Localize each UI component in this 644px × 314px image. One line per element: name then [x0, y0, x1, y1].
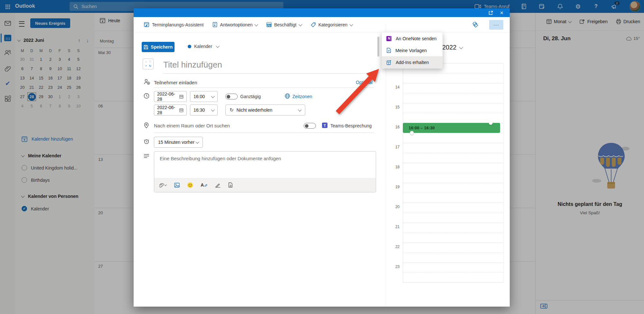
title-suggestions-icon[interactable]: ◦♡+↻ [143, 59, 154, 69]
categorize-button[interactable]: Kategorisieren [311, 22, 353, 27]
hour-label: 18 [386, 165, 400, 169]
addins-icon [386, 60, 392, 65]
start-date-input[interactable]: 2022-06-28 [154, 91, 187, 102]
onenote-icon: N [386, 36, 392, 41]
start-time-select[interactable]: 16:00 [190, 91, 218, 102]
all-day-toggle[interactable] [225, 94, 238, 99]
hour-label: 16 [386, 125, 400, 129]
save-button[interactable]: Speichern [142, 42, 175, 52]
event-resize-handle-top[interactable] [489, 121, 493, 125]
all-day-label: Ganztägig [240, 94, 261, 99]
description-editor[interactable]: Eine Beschreibung hinzufügen oder Dokume… [154, 151, 376, 192]
close-icon[interactable]: × [499, 10, 505, 16]
hour-label: 23 [386, 264, 400, 269]
repeat-icon: ↻ [230, 107, 234, 113]
event-resize-handle-bottom[interactable] [410, 131, 414, 135]
menu-item-add-ins-erhalten[interactable]: Add-Ins erhalten [382, 56, 442, 68]
calendar-icon [179, 95, 184, 99]
hour-label: 20 [386, 205, 400, 209]
calendar-picker[interactable]: Kalender [188, 44, 219, 49]
invite-attendees-icon [144, 79, 150, 85]
chevron-down-icon [349, 23, 353, 26]
hour-label: 15 [386, 105, 400, 109]
event-compose-dialog: × Terminplanungs-Assistent Antwortoption… [134, 8, 510, 307]
hour-label: 14 [386, 85, 400, 89]
emoji-icon[interactable] [187, 182, 193, 188]
chevron-down-icon [216, 44, 219, 48]
dialog-titlebar: × [134, 8, 510, 17]
timezones-link[interactable]: Zeitzonen [292, 94, 312, 99]
location-input[interactable]: Nach einem Raum oder Ort suchen [154, 123, 230, 128]
teams-meeting-toggle[interactable] [304, 123, 316, 129]
menu-item-meine-vorlagen[interactable]: Meine Vorlagen [382, 44, 442, 56]
insert-image-icon[interactable] [174, 183, 180, 188]
chevron-down-icon [459, 45, 463, 49]
hour-label: 22 [386, 245, 400, 249]
description-lines-icon [144, 154, 149, 158]
teams-meeting-label: Teams-Besprechung [330, 123, 372, 128]
globe-icon [285, 93, 290, 99]
editor-toolbar: A [154, 178, 376, 192]
more-options-menu: NAn OneNote sendenMeine VorlagenAdd-Ins … [382, 32, 443, 69]
description-placeholder: Eine Beschreibung hinzufügen oder Dokume… [160, 156, 281, 161]
red-arrow-annotation [332, 64, 383, 119]
response-options-button[interactable]: Antwortoptionen [213, 22, 258, 27]
pen-draw-icon[interactable] [215, 183, 221, 188]
calendar-event-block[interactable]: 16:00 – 16:30 [403, 123, 500, 133]
calendar-color-dot [188, 45, 191, 48]
calendar-icon [179, 108, 184, 112]
scheduling-assistant-button[interactable]: Terminplanungs-Assistent [144, 22, 204, 27]
clock-icon [144, 93, 149, 99]
form-scrollbar[interactable] [377, 37, 379, 57]
outlook-calendar-app: Outlook Suchen Teams-Anruf [0, 0, 644, 314]
hour-label: 17 [386, 145, 400, 149]
show-as-busy-button[interactable]: Beschäftigt [267, 22, 301, 27]
location-pin-icon [144, 122, 149, 128]
hour-label: 21 [386, 225, 400, 229]
reminder-bell-icon [144, 139, 149, 144]
reminder-select[interactable]: 15 Minuten vorher [154, 137, 203, 148]
attendees-input[interactable]: Teilnehmer einladen [154, 80, 197, 85]
hour-label: 19 [386, 185, 400, 189]
menu-item-an-onenote-senden[interactable]: NAn OneNote senden [382, 32, 442, 44]
end-time-select[interactable]: 16:30 [190, 105, 218, 115]
teams-icon: T [322, 123, 327, 128]
recurrence-select[interactable]: ↻ Nicht wiederholen [225, 105, 305, 115]
templates-icon [386, 48, 391, 53]
attach-file-icon[interactable] [159, 182, 166, 188]
chevron-down-icon [298, 23, 302, 26]
busy-status-icon [267, 22, 271, 27]
popout-icon[interactable] [488, 10, 494, 16]
insert-document-icon[interactable] [228, 182, 232, 188]
chevron-down-icon [255, 23, 258, 26]
end-date-input[interactable]: 2022-06-28 [154, 105, 187, 115]
text-formatting-icon[interactable]: A [201, 182, 207, 188]
